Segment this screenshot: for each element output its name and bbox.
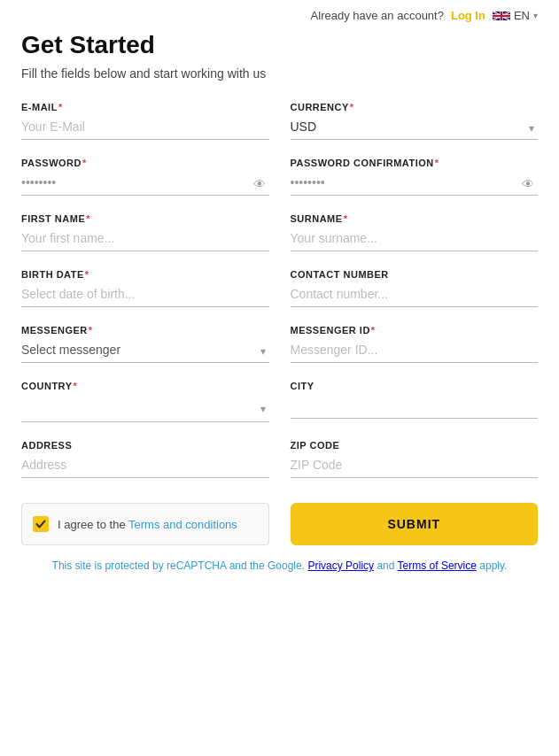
password-input[interactable] (21, 174, 269, 191)
terms-box: I agree to the Terms and conditions (21, 503, 269, 545)
country-select[interactable]: United States United Kingdom Germany (21, 397, 269, 418)
password-confirm-required: * (435, 158, 439, 168)
uk-flag-icon (493, 10, 510, 22)
surname-required: * (344, 213, 348, 224)
terms-of-service-link[interactable]: Terms of Service (398, 559, 477, 572)
contact-input[interactable] (291, 285, 539, 303)
zipcode-input[interactable] (291, 456, 539, 474)
messenger-id-field-group: MESSENGER ID* (291, 325, 539, 363)
password-required: * (82, 158, 87, 168)
password-confirm-input-wrapper: 👁 (291, 174, 539, 196)
password-confirm-input[interactable] (291, 174, 539, 191)
password-confirm-eye-icon[interactable]: 👁 (522, 177, 534, 191)
have-account-text: Already have an account? (311, 9, 444, 22)
terms-text: I agree to the Terms and conditions (58, 518, 237, 531)
privacy-policy-link[interactable]: Privacy Policy (307, 559, 374, 572)
city-field-group: CITY (291, 381, 539, 422)
page-subtitle: Fill the fields below and start working … (21, 66, 538, 81)
city-input[interactable] (291, 397, 539, 414)
firstname-label: FIRST NAME* (21, 213, 269, 224)
birthdate-required: * (85, 269, 89, 280)
address-input[interactable] (21, 456, 269, 474)
password-confirm-field-group: PASSWORD CONFIRMATION* 👁 (291, 158, 539, 196)
contact-label: CONTACT NUMBER (291, 269, 539, 280)
country-field-group: COUNTRY* United States United Kingdom Ge… (21, 381, 269, 422)
messenger-id-label: MESSENGER ID* (291, 325, 539, 336)
city-input-wrapper (291, 397, 539, 419)
submit-button[interactable]: SUBMIT (291, 503, 539, 545)
language-selector[interactable]: EN ▾ (493, 9, 538, 22)
zipcode-field-group: ZIP CODE (291, 440, 539, 478)
surname-label: SURNAME* (291, 213, 539, 224)
messenger-input-wrapper: Select messenger Telegram WhatsApp Skype… (21, 341, 269, 363)
terms-checkbox[interactable] (33, 516, 49, 532)
top-bar: Already have an account? Log In EN ▾ (0, 0, 559, 31)
lang-chevron-icon: ▾ (533, 11, 538, 20)
recaptcha-notice: This site is protected by reCAPTCHA and … (21, 559, 538, 572)
currency-label: CURRENCY* (291, 102, 539, 112)
currency-select[interactable]: USD EUR GBP (291, 118, 539, 135)
firstname-input[interactable] (21, 229, 269, 247)
birthdate-input-wrapper (21, 285, 269, 307)
zipcode-label: ZIP CODE (291, 440, 539, 451)
country-label: COUNTRY* (21, 381, 269, 391)
address-input-wrapper (21, 456, 269, 478)
address-field-group: ADDRESS (21, 440, 269, 478)
country-input-wrapper: United States United Kingdom Germany ▾ (21, 397, 269, 422)
email-input[interactable] (21, 118, 269, 135)
messenger-select[interactable]: Select messenger Telegram WhatsApp Skype (21, 341, 269, 359)
messenger-id-required: * (371, 325, 376, 336)
messenger-required: * (89, 325, 93, 336)
bottom-row: I agree to the Terms and conditions SUBM… (21, 503, 538, 545)
address-label: ADDRESS (21, 440, 269, 451)
registration-form: E-MAIL* CURRENCY* USD EUR GBP ▾ (21, 102, 538, 496)
firstname-field-group: FIRST NAME* (21, 213, 269, 251)
currency-required: * (350, 102, 354, 112)
email-input-wrapper (21, 118, 269, 140)
currency-field-group: CURRENCY* USD EUR GBP ▾ (291, 102, 539, 140)
messenger-field-group: MESSENGER* Select messenger Telegram Wha… (21, 325, 269, 363)
email-label: E-MAIL* (21, 102, 269, 112)
contact-field-group: CONTACT NUMBER (291, 269, 539, 307)
surname-input[interactable] (291, 229, 539, 247)
page-title: Get Started (21, 31, 538, 59)
email-required: * (58, 102, 63, 112)
currency-input-wrapper: USD EUR GBP ▾ (291, 118, 539, 140)
contact-input-wrapper (291, 285, 539, 307)
messenger-id-input-wrapper (291, 341, 539, 363)
checkmark-icon (35, 519, 46, 529)
birthdate-input[interactable] (21, 285, 269, 303)
email-field-group: E-MAIL* (21, 102, 269, 140)
messenger-label: MESSENGER* (21, 325, 269, 336)
firstname-required: * (86, 213, 90, 224)
password-label: PASSWORD* (21, 158, 269, 168)
lang-label: EN (514, 9, 530, 22)
password-confirm-label: PASSWORD CONFIRMATION* (291, 158, 539, 168)
firstname-input-wrapper (21, 229, 269, 251)
main-content: Get Started Fill the fields below and st… (0, 31, 559, 593)
zipcode-input-wrapper (291, 456, 539, 478)
birthdate-field-group: BIRTH DATE* (21, 269, 269, 307)
city-label: CITY (291, 381, 539, 391)
birthdate-label: BIRTH DATE* (21, 269, 269, 280)
surname-field-group: SURNAME* (291, 213, 539, 251)
messenger-id-input[interactable] (291, 341, 539, 359)
surname-input-wrapper (291, 229, 539, 251)
terms-link[interactable]: Terms and conditions (128, 518, 237, 531)
country-required: * (73, 381, 77, 391)
login-link[interactable]: Log In (451, 9, 485, 22)
password-input-wrapper: 👁 (21, 174, 269, 196)
password-eye-icon[interactable]: 👁 (253, 177, 266, 191)
password-field-group: PASSWORD* 👁 (21, 158, 269, 196)
